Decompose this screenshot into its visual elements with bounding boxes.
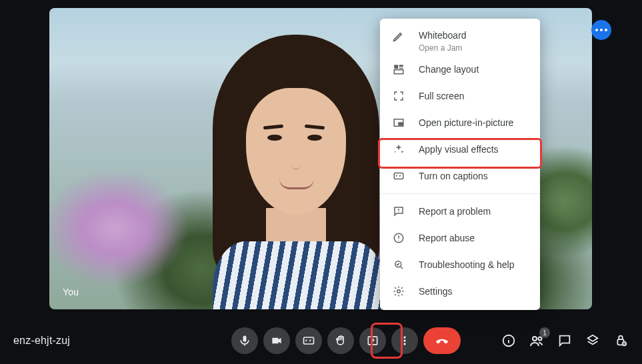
menu-item-label: Settings [419, 285, 453, 297]
pencil-icon [392, 29, 405, 43]
camera-button[interactable] [263, 327, 290, 354]
svg-point-12 [403, 336, 405, 338]
participants-count-badge: 1 [539, 327, 550, 338]
menu-item-label: Report abuse [419, 232, 475, 244]
alert-icon [392, 231, 405, 245]
meeting-code: enz-ehjt-zuj [13, 335, 70, 347]
troubleshoot-icon [392, 258, 405, 271]
svg-point-9 [397, 290, 401, 293]
captions-button[interactable] [295, 327, 322, 354]
raise-hand-button[interactable] [327, 327, 354, 354]
fullscreen-icon [392, 89, 405, 103]
menu-item-report-problem[interactable]: Report a problem [380, 198, 540, 225]
chat-button[interactable] [557, 333, 573, 349]
menu-item-pip[interactable]: Open picture-in-picture [380, 109, 540, 136]
present-button[interactable] [359, 327, 386, 354]
activities-button[interactable] [585, 333, 601, 349]
svg-rect-5 [399, 123, 402, 125]
host-controls-button[interactable] [613, 333, 629, 349]
feedback-icon [392, 205, 405, 218]
menu-item-label: Troubleshooting & help [419, 259, 514, 271]
svg-rect-2 [399, 68, 403, 69]
menu-item-label: Change layout [419, 63, 479, 75]
menu-item-troubleshoot[interactable]: Troubleshooting & help [380, 251, 540, 278]
menu-item-captions[interactable]: Turn on captions [380, 163, 540, 189]
svg-rect-0 [394, 65, 398, 69]
right-controls: 1 [501, 333, 629, 349]
svg-point-17 [539, 337, 542, 341]
options-menu: Whiteboard Open a Jam Change layout Full… [380, 19, 540, 310]
menu-item-full-screen[interactable]: Full screen [380, 83, 540, 109]
menu-item-label: Full screen [419, 90, 464, 102]
svg-rect-6 [394, 173, 403, 179]
menu-item-change-layout[interactable]: Change layout [380, 56, 540, 83]
menu-item-label: Report a problem [419, 205, 491, 217]
meeting-details-button[interactable] [501, 333, 517, 349]
end-call-button[interactable] [423, 327, 461, 354]
menu-item-label: Open picture-in-picture [419, 117, 513, 129]
gear-icon [392, 285, 405, 298]
sparkle-icon [392, 143, 405, 156]
bottom-bar: enz-ehjt-zuj 1 [0, 317, 642, 364]
svg-rect-1 [399, 65, 403, 67]
call-controls [231, 327, 461, 354]
svg-point-14 [403, 343, 405, 345]
menu-item-visual-effects[interactable]: Apply visual effects [380, 136, 540, 163]
layout-icon [392, 63, 405, 76]
menu-item-settings[interactable]: Settings [380, 278, 540, 305]
participant-name: You [63, 287, 79, 297]
microphone-button[interactable] [231, 327, 258, 354]
menu-item-whiteboard[interactable]: Whiteboard Open a Jam [380, 24, 540, 56]
pip-icon [392, 116, 405, 129]
more-options-button[interactable] [391, 327, 418, 354]
menu-item-label: Apply visual effects [419, 143, 499, 155]
svg-point-13 [403, 339, 405, 341]
svg-rect-10 [304, 337, 314, 344]
menu-item-label: Whiteboard Open a Jam [419, 29, 467, 54]
menu-separator [380, 193, 540, 194]
svg-rect-3 [394, 70, 403, 74]
svg-point-16 [533, 337, 537, 341]
menu-item-report-abuse[interactable]: Report abuse [380, 225, 540, 251]
tile-more-button[interactable] [591, 20, 611, 40]
menu-item-label: Turn on captions [419, 170, 488, 182]
participants-button[interactable]: 1 [529, 333, 545, 349]
captions-icon [392, 169, 405, 183]
